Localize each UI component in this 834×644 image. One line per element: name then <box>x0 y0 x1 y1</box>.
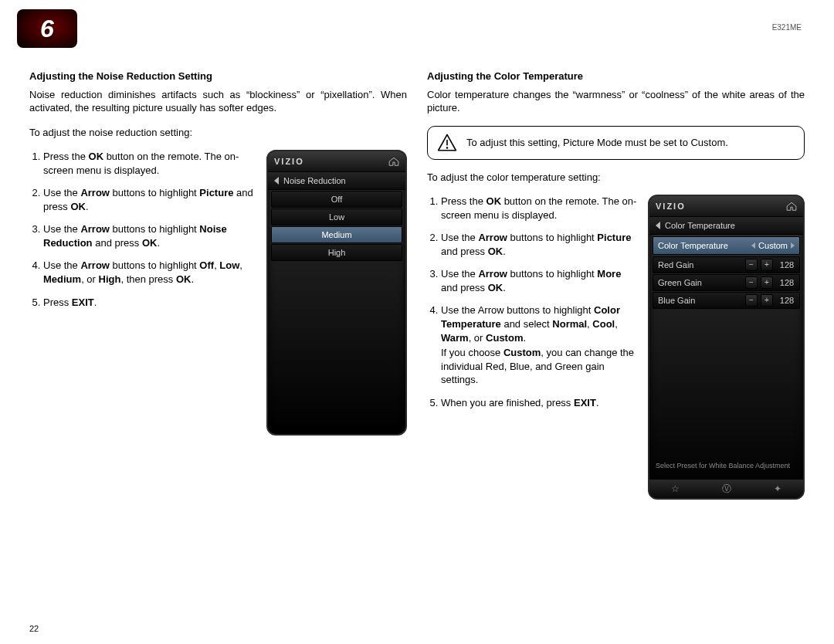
notice-box: To adjust this setting, Picture Mode mus… <box>427 126 805 160</box>
step-note: If you choose Custom, you can change the… <box>441 346 637 387</box>
gain-value: 128 <box>775 277 799 289</box>
vizio-v-icon: Ⓥ <box>722 483 731 495</box>
home-icon <box>388 157 399 166</box>
menu-brand: VIZIO <box>656 201 686 212</box>
menu-hint: Select Preset for White Balance Adjustme… <box>656 462 797 470</box>
plus-button: + <box>761 276 773 289</box>
menu-option: Low <box>271 208 402 225</box>
home-icon <box>786 202 797 211</box>
step-item: Use the Arrow buttons to highlight Noise… <box>43 222 256 249</box>
section-intro: Color temperature changes the “warmness”… <box>427 88 805 115</box>
menu-option: High <box>271 244 402 261</box>
menu-option: Medium <box>271 226 402 243</box>
color-temperature-menu-screenshot: VIZIO Color Temperature Color Temperatur… <box>648 195 805 500</box>
model-number: E321ME <box>772 23 802 32</box>
step-item: Press EXIT. <box>43 296 256 310</box>
section-title: Adjusting the Color Temperature <box>427 69 805 83</box>
gain-value: 128 <box>775 259 799 271</box>
gain-row: Red Gain−+128 <box>653 256 800 273</box>
svg-point-1 <box>446 147 449 149</box>
back-arrow-icon <box>274 177 279 185</box>
gain-value: 128 <box>775 295 799 307</box>
menu-title: Noise Reduction <box>283 175 346 187</box>
gain-label: Green Gain <box>653 277 744 289</box>
star-filled-icon: ✦ <box>774 483 781 495</box>
chapter-number: 6 <box>40 15 54 43</box>
warning-icon <box>437 133 457 153</box>
gain-label: Red Gain <box>653 259 744 271</box>
left-column: Adjusting the Noise Reduction Setting No… <box>29 69 407 500</box>
back-arrow-icon <box>656 222 660 229</box>
minus-button: − <box>745 276 758 289</box>
color-temperature-mode-row: Color Temperature Custom <box>653 236 800 255</box>
step-item: When you are finished, press EXIT. <box>441 396 637 410</box>
steps-list-right: Press the OK button on the remote. The o… <box>441 195 637 409</box>
menu-option: Off <box>271 191 402 208</box>
section-intro: Noise reduction diminishes artifacts suc… <box>29 88 407 115</box>
plus-button: + <box>761 259 773 271</box>
plus-button: + <box>761 294 773 307</box>
menu-footer: ☆ Ⓥ ✦ <box>649 479 803 498</box>
section-title: Adjusting the Noise Reduction Setting <box>29 69 407 83</box>
chevron-left-icon <box>751 242 755 249</box>
step-item: Use the Arrow buttons to highlight More … <box>441 267 637 294</box>
notice-text: To adjust this setting, Picture Mode mus… <box>466 136 728 150</box>
mode-label: Color Temperature <box>653 240 751 252</box>
gain-label: Blue Gain <box>653 295 744 307</box>
menu-brand: VIZIO <box>274 156 304 168</box>
step-item: Use the Arrow buttons to highlight Off, … <box>43 259 256 286</box>
mode-value: Custom <box>758 240 788 252</box>
step-item: Press the OK button on the remote. The o… <box>43 150 256 177</box>
star-outline-icon: ☆ <box>671 483 680 495</box>
minus-button: − <box>745 259 758 271</box>
section-lead: To adjust the color temperature setting: <box>427 171 805 185</box>
gain-row: Blue Gain−+128 <box>653 292 800 309</box>
chevron-right-icon <box>791 242 795 249</box>
chapter-badge: 6 <box>17 9 77 48</box>
menu-title: Color Temperature <box>665 220 735 232</box>
section-lead: To adjust the noise reduction setting: <box>29 126 407 140</box>
step-item: Use the Arrow buttons to highlight Color… <box>441 303 637 386</box>
step-item: Press the OK button on the remote. The o… <box>441 195 637 222</box>
steps-list-left: Press the OK button on the remote. The o… <box>43 150 256 309</box>
step-item: Use the Arrow buttons to highlight Pictu… <box>43 186 256 213</box>
step-item: Use the Arrow buttons to highlight Pictu… <box>441 231 637 258</box>
page-number: 22 <box>29 624 39 633</box>
noise-reduction-menu-screenshot: VIZIO Noise Reduction OffLowMediumHigh <box>266 150 407 436</box>
right-column: Adjusting the Color Temperature Color te… <box>427 69 805 500</box>
minus-button: − <box>745 294 758 307</box>
gain-row: Green Gain−+128 <box>653 274 800 291</box>
